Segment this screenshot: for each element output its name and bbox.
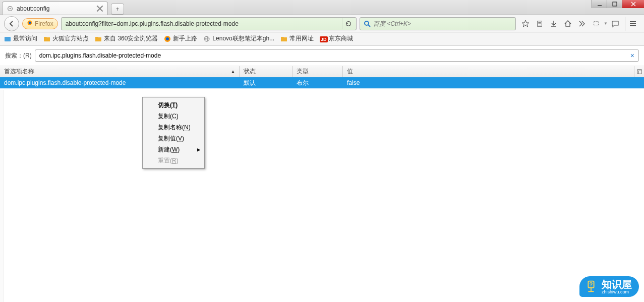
cell-type: 布尔 (292, 79, 343, 87)
svg-point-22 (166, 37, 169, 40)
history-button[interactable] (575, 17, 589, 31)
left-gutter (0, 90, 4, 302)
context-toggle[interactable]: 切换(T) (144, 99, 203, 111)
chat-button[interactable] (609, 17, 622, 31)
tab-close-button[interactable] (96, 5, 103, 12)
crop-button[interactable] (590, 17, 603, 31)
context-menu: 切换(T) 复制(C) 复制名称(N) 复制值(V) 新建(W)▶ 重置(R) (142, 97, 205, 169)
home-button[interactable] (561, 17, 574, 31)
bookmark-label: 新手上路 (173, 34, 197, 43)
context-copy[interactable]: 复制(C) (144, 111, 203, 122)
settings-gear-icon (7, 5, 14, 12)
reader-view-button[interactable] (533, 17, 546, 31)
watermark-brand: 知识屋 (602, 279, 632, 289)
svg-rect-26 (637, 69, 641, 73)
bookmark-label: Lenovo联想笔记本gh... (212, 34, 274, 43)
hamburger-menu-button[interactable] (625, 17, 640, 31)
filter-row: 搜索：(R) × (0, 45, 644, 66)
dropdown-caret-icon: ▼ (604, 21, 608, 26)
watermark: ? 知识屋 zhishiwu.com (579, 276, 639, 297)
tab-title: about:config (17, 5, 93, 12)
table-row[interactable]: dom.ipc.plugins.flash.disable-protected-… (0, 77, 644, 88)
cell-status: 默认 (240, 79, 292, 87)
identity-pill[interactable]: Firefox (22, 18, 58, 29)
search-bar[interactable] (360, 17, 516, 30)
downloads-button[interactable] (547, 17, 560, 31)
watermark-icon: ? (583, 278, 599, 295)
bookmark-item[interactable]: Lenovo联想笔记本gh... (203, 34, 274, 43)
bookmark-icon (4, 35, 11, 42)
bookmark-icon (280, 35, 287, 42)
submenu-arrow-icon: ▶ (197, 147, 200, 152)
context-new[interactable]: 新建(W)▶ (144, 144, 203, 155)
column-header-name[interactable]: 首选项名称▲ (0, 66, 240, 77)
context-reset: 重置(R) (144, 155, 203, 166)
bookmark-label: 常用网址 (289, 34, 314, 43)
search-engine-icon (363, 20, 371, 28)
tab-strip: about:config + (0, 0, 644, 15)
context-copy-value[interactable]: 复制值(V) (144, 133, 203, 144)
svg-point-5 (10, 8, 11, 9)
bookmark-label: 京东商城 (329, 34, 353, 43)
column-header-value[interactable]: 值 (343, 66, 634, 77)
identity-label: Firefox (35, 20, 53, 27)
svg-rect-20 (5, 37, 11, 41)
bookmark-item[interactable]: 新手上路 (164, 34, 197, 43)
bookmark-icon (95, 35, 102, 42)
window-close-button[interactable] (622, 0, 644, 8)
svg-line-11 (368, 25, 370, 27)
bookmark-item[interactable]: 常用网址 (280, 34, 314, 43)
svg-rect-1 (613, 2, 617, 6)
filter-input-container[interactable]: × (35, 49, 639, 62)
bookmark-label: 火狐官方站点 (52, 34, 89, 43)
cell-value: false (343, 79, 644, 86)
back-button[interactable] (4, 16, 19, 31)
bookmark-label: 最常访问 (13, 34, 37, 43)
url-bar[interactable] (61, 17, 357, 30)
url-input[interactable] (64, 20, 342, 27)
bookmark-star-button[interactable] (519, 17, 532, 31)
clear-filter-button[interactable]: × (630, 52, 634, 60)
context-copy-name[interactable]: 复制名称(N) (144, 122, 203, 133)
svg-point-9 (29, 22, 31, 24)
filter-input[interactable] (39, 52, 630, 59)
search-input[interactable] (373, 20, 512, 27)
bookmark-item[interactable]: JD京东商城 (320, 34, 353, 43)
bookmark-item[interactable]: 来自 360安全浏览器 (95, 34, 158, 43)
browser-tab[interactable]: about:config (2, 2, 108, 15)
bookmark-item[interactable]: 火狐官方站点 (43, 34, 89, 43)
filter-label: 搜索：(R) (5, 52, 32, 60)
window-maximize-button[interactable] (607, 0, 622, 8)
navigation-toolbar: Firefox ▼ (0, 15, 644, 32)
bookmark-label: 来自 360安全浏览器 (104, 34, 158, 43)
column-header-type[interactable]: 类型 (292, 66, 343, 77)
bookmarks-toolbar: 最常访问火狐官方站点来自 360安全浏览器新手上路Lenovo联想笔记本gh..… (0, 32, 644, 45)
column-picker-button[interactable] (634, 66, 644, 77)
svg-point-10 (365, 21, 369, 25)
column-header-status[interactable]: 状态 (240, 66, 292, 77)
reload-button[interactable] (342, 18, 354, 29)
bookmark-icon (203, 35, 210, 42)
bookmark-icon (43, 35, 50, 42)
cell-name: dom.ipc.plugins.flash.disable-protected-… (0, 79, 240, 86)
table-header: 首选项名称▲ 状态 类型 值 (0, 66, 644, 77)
bookmark-icon (164, 35, 171, 42)
window-minimize-button[interactable] (592, 0, 607, 8)
bookmark-icon: JD (320, 35, 327, 42)
firefox-icon (27, 20, 33, 27)
sort-asc-icon: ▲ (231, 69, 235, 74)
new-tab-button[interactable]: + (111, 4, 124, 15)
watermark-domain: zhishiwu.com (602, 289, 632, 294)
bookmark-item[interactable]: 最常访问 (4, 34, 37, 43)
svg-text:?: ? (590, 281, 593, 287)
svg-rect-16 (594, 21, 599, 26)
